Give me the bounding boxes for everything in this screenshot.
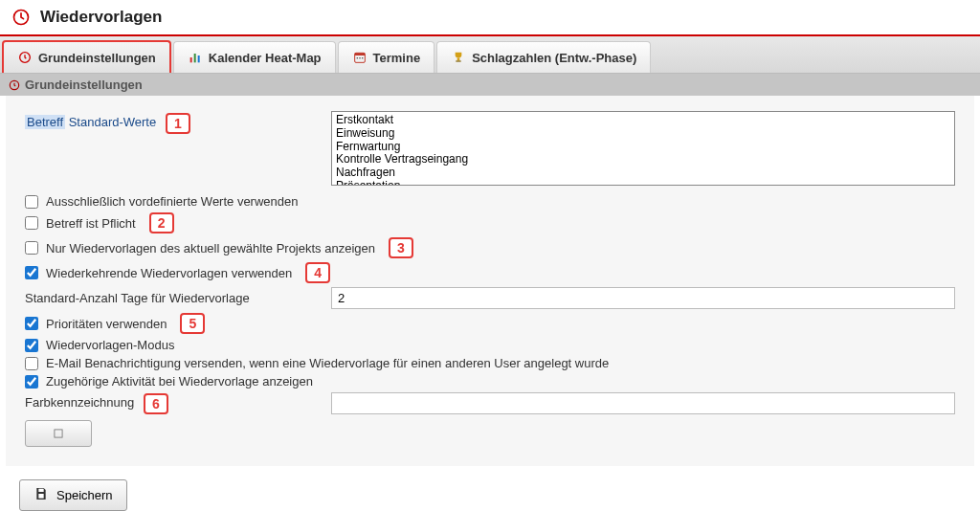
label-recurring: Wiederkehrende Wiedervorlagen verwenden xyxy=(46,266,292,280)
label-activity: Zugehörige Aktivität bei Wiedervorlage a… xyxy=(46,374,313,389)
input-days[interactable] xyxy=(331,287,955,309)
label-email: E-Mail Benachrichtigung versenden, wenn … xyxy=(46,356,609,370)
label-only-predefined: Ausschließlich vordefinierte Werte verwe… xyxy=(46,194,299,209)
checkbox-modus[interactable] xyxy=(25,339,38,352)
callout-2: 2 xyxy=(149,212,174,233)
betreff-label: Betreff Standard-Werte 1 xyxy=(25,111,331,134)
tab-label: Schlagzahlen (Entw.-Phase) xyxy=(472,51,636,65)
row-email: E-Mail Benachrichtigung versenden, wenn … xyxy=(25,356,955,370)
calendar-icon xyxy=(352,50,368,65)
svg-rect-11 xyxy=(456,60,460,61)
svg-rect-4 xyxy=(197,56,199,62)
callout-1: 1 xyxy=(166,113,190,134)
square-icon xyxy=(52,427,65,440)
callout-4: 4 xyxy=(305,262,330,283)
save-label: Speichern xyxy=(56,488,113,502)
svg-rect-14 xyxy=(38,489,43,492)
checkbox-prio[interactable] xyxy=(25,317,38,330)
checkbox-recurring[interactable] xyxy=(25,266,38,279)
row-color: Farbkennzeichnung 6 xyxy=(25,392,955,414)
page-title: Wiedervorlagen xyxy=(40,8,162,27)
svg-rect-7 xyxy=(356,57,357,58)
tab-label: Grundeinstellungen xyxy=(38,51,156,65)
label-color: Farbkennzeichnung 6 xyxy=(25,393,331,414)
tab-schlagzahlen[interactable]: Schlagzahlen (Entw.-Phase) xyxy=(436,41,651,73)
checkbox-betreff-pflicht[interactable] xyxy=(25,216,38,230)
svg-rect-6 xyxy=(354,53,365,56)
row-recurring: Wiederkehrende Wiedervorlagen verwenden … xyxy=(25,262,955,283)
callout-3: 3 xyxy=(389,237,413,258)
label-prio: Prioritäten verwenden xyxy=(46,317,167,331)
section-title: Grundeinstellungen xyxy=(25,78,143,92)
svg-rect-8 xyxy=(359,57,360,58)
callout-5: 5 xyxy=(180,313,205,334)
checkbox-only-project[interactable] xyxy=(25,241,38,255)
settings-panel: Betreff Standard-Werte 1 Ausschließlich … xyxy=(6,96,974,466)
label-modus: Wiedervorlagen-Modus xyxy=(46,338,174,352)
label-only-project: Nur Wiedervorlagen des aktuell gewählte … xyxy=(46,241,375,256)
tab-heatmap[interactable]: Kalender Heat-Map xyxy=(173,41,336,73)
tab-bar: Grundeinstellungen Kalender Heat-Map Ter… xyxy=(0,36,980,74)
row-only-project: Nur Wiedervorlagen des aktuell gewählte … xyxy=(25,237,955,258)
svg-rect-10 xyxy=(457,58,460,61)
footer: Speichern xyxy=(0,470,980,511)
row-betreff-values: Betreff Standard-Werte 1 xyxy=(25,111,955,189)
betreff-label-part-b: Standard-Werte xyxy=(65,115,156,129)
row-prio: Prioritäten verwenden 5 xyxy=(25,313,955,334)
save-icon xyxy=(33,486,49,504)
tab-grundeinstellungen[interactable]: Grundeinstellungen xyxy=(2,40,171,73)
checkbox-only-predefined[interactable] xyxy=(25,195,38,209)
betreff-values-textarea[interactable] xyxy=(331,111,955,186)
svg-rect-2 xyxy=(189,57,191,62)
color-picker-button[interactable] xyxy=(25,420,92,447)
tab-label: Termine xyxy=(373,51,421,65)
tab-label: Kalender Heat-Map xyxy=(209,51,322,65)
label-betreff-pflicht: Betreff ist Pflicht xyxy=(46,216,136,231)
svg-rect-9 xyxy=(362,57,363,58)
bar-chart-icon xyxy=(188,50,203,65)
row-activity: Zugehörige Aktivität bei Wiedervorlage a… xyxy=(25,374,955,389)
label-color-text: Farbkennzeichnung xyxy=(25,395,134,410)
row-only-predefined: Ausschließlich vordefinierte Werte verwe… xyxy=(25,194,955,209)
svg-rect-13 xyxy=(55,430,62,437)
svg-rect-3 xyxy=(193,54,195,62)
clock-icon xyxy=(11,8,31,27)
section-header: Grundeinstellungen xyxy=(0,74,980,96)
clock-icon xyxy=(8,78,21,92)
label-days: Standard-Anzahl Tage für Wiedervorlage xyxy=(25,291,331,305)
clock-icon xyxy=(17,50,33,65)
row-days: Standard-Anzahl Tage für Wiedervorlage xyxy=(25,287,955,309)
callout-6: 6 xyxy=(144,393,168,414)
page-header: Wiedervorlagen xyxy=(0,0,980,36)
checkbox-email[interactable] xyxy=(25,357,38,370)
input-color[interactable] xyxy=(331,392,955,414)
betreff-label-part-a: Betreff xyxy=(25,115,65,129)
row-betreff-pflicht: Betreff ist Pflicht 2 xyxy=(25,212,955,233)
svg-rect-15 xyxy=(38,494,43,499)
trophy-icon xyxy=(451,50,466,65)
row-modus: Wiedervorlagen-Modus xyxy=(25,338,955,352)
checkbox-activity[interactable] xyxy=(25,375,38,389)
tab-termine[interactable]: Termine xyxy=(338,41,435,73)
save-button[interactable]: Speichern xyxy=(19,479,127,511)
